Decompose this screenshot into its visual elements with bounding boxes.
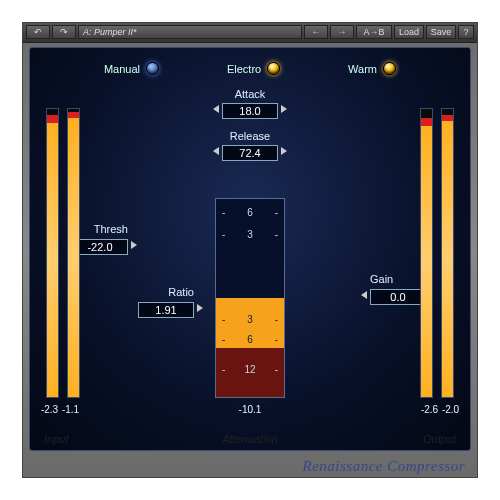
load-button[interactable]: Load (394, 25, 424, 39)
release-param: Release 72.4 (222, 130, 278, 161)
plugin-title: Renaissance Compressor (302, 458, 465, 475)
input-section-label: Input (44, 433, 68, 445)
atten-peak[interactable]: -10.1 (230, 404, 270, 415)
slider-nub-icon[interactable] (197, 304, 203, 312)
main-panel: Manual Electro Warm Attack 18.0 Release (29, 47, 471, 451)
output-meter-r (441, 108, 454, 398)
arc-mode-label: Manual (104, 63, 140, 75)
attack-value[interactable]: 18.0 (222, 103, 278, 119)
save-button[interactable]: Save (426, 25, 456, 39)
attenuation-meter: -6- -3- -3- -6- -12- (215, 198, 285, 398)
slider-nub-icon[interactable] (131, 241, 137, 249)
gain-value[interactable]: 0.0 (370, 289, 426, 305)
attack-label: Attack (222, 88, 278, 100)
preset-display[interactable]: A: Pumper II* (78, 25, 302, 39)
undo-button[interactable]: ↶ (26, 25, 50, 39)
output-meter-l (420, 108, 433, 398)
input-readouts: -2.3 -1.1 (39, 404, 81, 415)
toolbar: ↶ ↷ A: Pumper II* ← → A→B Load Save ? (23, 23, 477, 43)
behavior-mode-toggle[interactable]: Warm (348, 62, 396, 75)
slider-nub-icon[interactable] (361, 291, 367, 299)
output-peak-l[interactable]: -2.6 (419, 404, 440, 415)
slider-nub-icon[interactable] (213, 147, 219, 155)
attack-param: Attack 18.0 (222, 88, 278, 119)
release-label: Release (222, 130, 278, 142)
character-mode-toggle[interactable]: Electro (227, 62, 280, 75)
input-meters (46, 108, 80, 398)
behavior-mode-label: Warm (348, 63, 377, 75)
copy-ab-button[interactable]: A→B (356, 25, 392, 39)
release-value[interactable]: 72.4 (222, 145, 278, 161)
ratio-param: Ratio 1.91 (138, 286, 194, 318)
thresh-label: Thresh (72, 223, 128, 235)
input-meter-l (46, 108, 59, 398)
output-readouts: -2.6 -2.0 (419, 404, 461, 415)
output-meters (420, 108, 454, 398)
help-button[interactable]: ? (458, 25, 474, 39)
gain-label: Gain (370, 273, 426, 285)
input-peak-l[interactable]: -2.3 (39, 404, 60, 415)
thresh-param: Thresh -22.0 (72, 223, 128, 255)
gain-param: Gain 0.0 (370, 273, 426, 305)
slider-nub-icon[interactable] (281, 147, 287, 155)
atten-section-label: Attenuation (222, 433, 278, 445)
output-peak-r[interactable]: -2.0 (440, 404, 461, 415)
thresh-value[interactable]: -22.0 (72, 239, 128, 255)
character-mode-label: Electro (227, 63, 261, 75)
input-peak-r[interactable]: -1.1 (60, 404, 81, 415)
led-blue-icon (146, 62, 159, 75)
plugin-window: ↶ ↷ A: Pumper II* ← → A→B Load Save ? Ma… (22, 22, 478, 478)
arc-mode-toggle[interactable]: Manual (104, 62, 159, 75)
led-yellow-icon (267, 62, 280, 75)
input-meter-r (67, 108, 80, 398)
slider-nub-icon[interactable] (281, 105, 287, 113)
next-preset-button[interactable]: → (330, 25, 354, 39)
prev-preset-button[interactable]: ← (304, 25, 328, 39)
output-section-label: Output (423, 433, 456, 445)
led-yellow-icon (383, 62, 396, 75)
redo-button[interactable]: ↷ (52, 25, 76, 39)
ratio-label: Ratio (138, 286, 194, 298)
mode-row: Manual Electro Warm (30, 48, 470, 81)
ratio-value[interactable]: 1.91 (138, 302, 194, 318)
slider-nub-icon[interactable] (213, 105, 219, 113)
